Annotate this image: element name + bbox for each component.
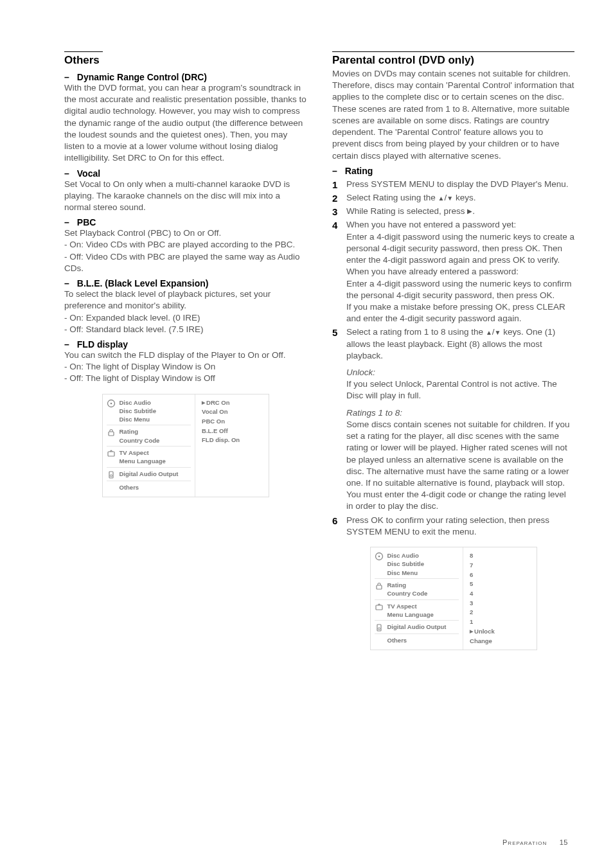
vocal-body: Set Vocal to On only when a multi-channe…: [64, 179, 306, 214]
disc-icon: [375, 552, 384, 561]
footer-page-number: 15: [560, 838, 568, 846]
menu-menu-language: Menu Language: [120, 457, 166, 465]
menu2-rating: Rating: [387, 581, 428, 589]
unlock-body: If you select Unlock, Parental Control i…: [346, 378, 574, 402]
up-arrow-icon: [438, 193, 445, 202]
step-6: Press OK to confirm your rating selectio…: [346, 515, 549, 536]
rating-steps: 1Press SYSTEM MENU to display the DVD Pl…: [332, 179, 574, 538]
menu-disc-audio: Disc Audio: [120, 398, 157, 407]
menu-vocal-on: Vocal On: [202, 407, 264, 417]
lock-icon: [375, 581, 384, 590]
svg-rect-3: [108, 452, 114, 456]
step-1: Press SYSTEM MENU to display the DVD Pla…: [346, 179, 568, 189]
parental-heading: Parental control (DVD only): [332, 51, 574, 67]
step-2b: keys.: [453, 193, 475, 202]
menu-others: Others: [120, 483, 139, 492]
svg-point-5: [110, 475, 112, 477]
left-column: Others Dynamic Range Control (DRC) With …: [64, 51, 306, 650]
rating-7: 7: [470, 561, 532, 571]
rating-unlock: Unlock: [470, 627, 532, 637]
svg-point-1: [110, 402, 112, 404]
menu-disc-subtitle: Disc Subtitle: [120, 407, 157, 415]
tv-icon: [107, 449, 116, 458]
osd-right-pane: DRC On Vocal On PBC On B.L.E Off FLD dis…: [195, 394, 268, 497]
menu2-country-code: Country Code: [387, 589, 428, 598]
menu-rating: Rating: [120, 427, 160, 436]
fld-l2: - On: The light of Display Window is On: [64, 361, 306, 373]
menu2-disc-audio: Disc Audio: [387, 551, 425, 560]
tv-icon: [375, 603, 384, 612]
menu-digital-audio: Digital Audio Output: [120, 470, 179, 478]
osd-right-pane-2: 8 7 6 5 4 3 2 1 Unlock Change: [463, 547, 536, 650]
svg-point-7: [378, 556, 380, 558]
rating-8: 8: [470, 551, 532, 561]
menu2-others: Others: [387, 636, 407, 644]
up-arrow-icon: [486, 327, 492, 337]
menu-pbc-on: PBC On: [202, 417, 264, 427]
speaker-icon: [375, 623, 384, 632]
osd-left-pane: Disc Audio Disc Subtitle Disc Menu Ratin…: [103, 394, 195, 497]
rating-5: 5: [470, 580, 532, 589]
menu-ble-off: B.L.E Off: [202, 427, 264, 436]
parental-intro: Movies on DVDs may contain scenes not su…: [332, 68, 574, 162]
menu-disc-menu: Disc Menu: [120, 415, 157, 423]
lock-icon: [107, 428, 116, 437]
speaker-icon: [107, 470, 116, 479]
svg-point-11: [378, 628, 380, 630]
osd-left-pane-2: Disc Audio Disc Subtitle Disc Menu Ratin…: [371, 547, 463, 650]
drc-body: With the DVD format, you can hear a prog…: [64, 82, 306, 164]
svg-rect-8: [377, 585, 382, 589]
rating-4: 4: [470, 589, 532, 599]
pbc-l2: - On: Video CDs with PBC are played acco…: [64, 239, 306, 251]
down-arrow-icon: [447, 193, 453, 202]
right-arrow-icon: [467, 206, 472, 216]
pbc-l3: - Off: Video CDs with PBC are played the…: [64, 251, 306, 274]
fld-l1: You can switch the FLD display of the Pl…: [64, 350, 306, 361]
ratings18-body: Some discs contain scenes not suitable f…: [346, 419, 574, 513]
rating-2: 2: [470, 608, 532, 617]
step-3a: While Rating is selected, press: [346, 206, 467, 216]
menu2-disc-menu: Disc Menu: [387, 569, 425, 577]
drc-heading: Dynamic Range Control (DRC): [64, 72, 306, 82]
menu-fld-on: FLD disp. On: [202, 436, 264, 445]
disc-icon: [107, 399, 116, 408]
page-footer: Preparation 15: [502, 838, 568, 846]
svg-rect-9: [376, 605, 382, 610]
pbc-l1: Set Playback Control (PBC) to On or Off.: [64, 227, 306, 239]
menu2-menu-language: Menu Language: [387, 610, 434, 619]
osd-menu-rating: Disc Audio Disc Subtitle Disc Menu Ratin…: [370, 547, 537, 650]
step-4: When you have not entered a password yet…: [346, 220, 574, 323]
svg-rect-2: [109, 432, 114, 436]
rating-change: Change: [470, 637, 532, 646]
ratings18-heading: Ratings 1 to 8:: [346, 407, 574, 419]
unlock-heading: Unlock:: [346, 367, 574, 378]
ble-heading: B.L.E. (Black Level Expansion): [64, 278, 306, 288]
ble-l3: - Off: Standard black level. (7.5 IRE): [64, 324, 306, 335]
step-2a: Select Rating using the: [346, 193, 438, 202]
menu2-tv-aspect: TV Aspect: [387, 602, 434, 610]
ble-l1: To select the black level of playback pi…: [64, 288, 306, 312]
menu-country-code: Country Code: [120, 436, 160, 445]
menu-drc-on: DRC On: [202, 398, 264, 408]
step-5a: Select a rating from 1 to 8 using the: [346, 327, 486, 337]
fld-l3: - Off: The light of Display Window is Of…: [64, 373, 306, 384]
ble-l2: - On: Expanded black level. (0 IRE): [64, 312, 306, 324]
fld-heading: FLD display: [64, 339, 306, 350]
osd-menu-others: Disc Audio Disc Subtitle Disc Menu Ratin…: [102, 394, 269, 497]
others-heading: Others: [64, 51, 103, 67]
footer-section: Preparation: [502, 838, 547, 846]
pbc-heading: PBC: [64, 217, 306, 227]
vocal-heading: Vocal: [64, 168, 306, 179]
step-3b: .: [472, 206, 475, 216]
rating-1: 1: [470, 617, 532, 627]
rating-6: 6: [470, 571, 532, 580]
down-arrow-icon: [495, 327, 501, 337]
right-column: Parental control (DVD only) Movies on DV…: [332, 51, 574, 650]
menu2-disc-subtitle: Disc Subtitle: [387, 560, 425, 568]
rating-heading: Rating: [332, 166, 574, 176]
menu-tv-aspect: TV Aspect: [120, 448, 166, 457]
rating-3: 3: [470, 599, 532, 608]
menu2-digital-audio: Digital Audio Output: [387, 623, 447, 631]
